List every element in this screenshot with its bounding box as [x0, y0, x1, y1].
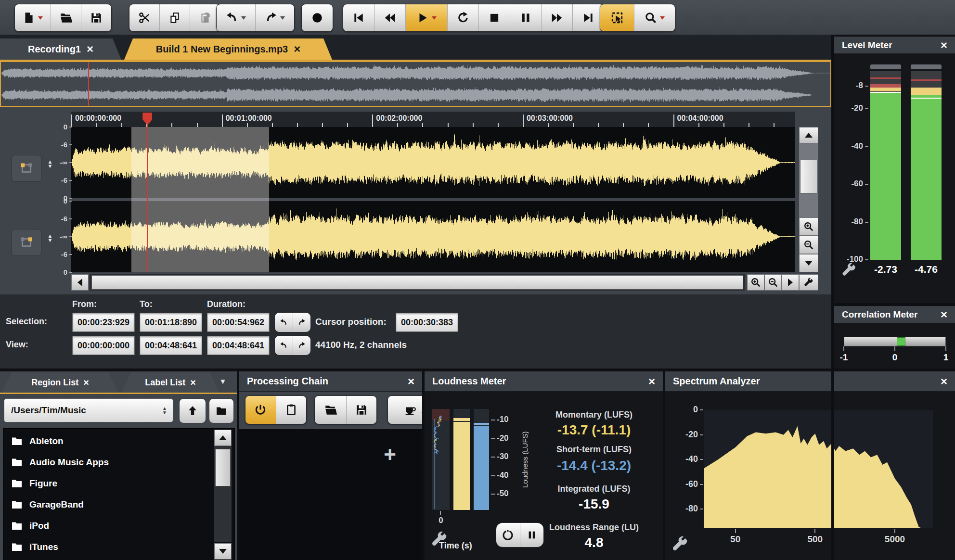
chain-open-button[interactable] — [315, 396, 347, 424]
chain-clipboard-button[interactable] — [276, 396, 307, 424]
spectrum-x-tick-label: 500 — [796, 534, 834, 546]
level-bar-segment — [870, 84, 901, 88]
fast-forward-button[interactable] — [542, 4, 573, 31]
list-item[interactable]: iTunes — [11, 538, 58, 556]
selection-overlay[interactable] — [131, 127, 269, 272]
vertical-zoom-in-button[interactable] — [799, 217, 818, 236]
document-tab[interactable]: Build 1 New Beginnings.mp3× — [124, 38, 332, 60]
vertical-scroll-down-button[interactable] — [799, 254, 818, 272]
right-channel-select-button[interactable] — [12, 229, 41, 256]
selection-tool-button[interactable] — [600, 4, 634, 31]
document-tab[interactable]: Recording1× — [0, 38, 121, 60]
new-file-button[interactable] — [15, 4, 51, 31]
correlation-tick — [945, 346, 946, 351]
undo-small-button[interactable] — [275, 336, 293, 355]
level-scale-tick — [865, 146, 868, 147]
close-icon[interactable]: × — [294, 43, 300, 55]
loudness-reset-button[interactable] — [496, 523, 520, 547]
open-file-button[interactable] — [51, 4, 81, 31]
add-effect-button[interactable]: + — [378, 443, 402, 467]
redo-button[interactable] — [256, 4, 294, 31]
loudness-meter-titlebar: Loudness Meter × — [425, 371, 663, 392]
close-icon[interactable]: × — [190, 378, 196, 387]
horizontal-scrollbar-thumb[interactable] — [91, 275, 743, 290]
redo-small-button[interactable] — [293, 313, 311, 332]
save-file-button[interactable] — [81, 4, 111, 31]
close-icon[interactable]: × — [83, 378, 89, 387]
horizontal-scroll-left-button[interactable] — [71, 274, 89, 291]
scissors-icon — [138, 12, 151, 24]
db-scale-tick — [69, 254, 72, 255]
pause-button[interactable] — [510, 4, 542, 31]
timeline-ruler[interactable]: 00:00:00:00000:01:00:00000:02:00:00000:0… — [71, 112, 795, 127]
skip-end-button[interactable] — [573, 4, 604, 31]
cursor-position-field[interactable]: 00:00:30:383 — [396, 313, 458, 332]
chain-save-button[interactable] — [347, 396, 376, 424]
list-item[interactable]: Ableton — [11, 433, 64, 450]
path-combo-box[interactable]: /Users/Tim/Music▲▼ — [4, 398, 173, 422]
loop-button[interactable] — [448, 4, 479, 31]
duration-time-field[interactable]: 00:04:48:641 — [207, 336, 270, 355]
zoom-tool-button[interactable] — [634, 4, 675, 31]
list-scroll-up-button[interactable] — [214, 430, 232, 446]
spectrum-settings-wrench-button[interactable] — [671, 535, 691, 555]
record-button[interactable] — [302, 4, 333, 31]
level-scale-label: -80 — [836, 217, 863, 228]
vertical-scroll-up-button[interactable] — [799, 127, 818, 143]
spectrum-x-tick — [735, 529, 736, 533]
zoom-in-icon — [803, 221, 814, 232]
horizontal-zoom-in-button[interactable] — [747, 274, 764, 291]
play-button[interactable] — [406, 4, 448, 31]
tab-overflow-caret-icon[interactable]: ▼ — [216, 377, 230, 389]
left-channel-select-button[interactable] — [12, 155, 41, 182]
folder-up-button[interactable] — [179, 398, 206, 423]
browser-tab[interactable]: Region List× — [2, 372, 118, 393]
horizontal-zoom-out-button[interactable] — [764, 274, 782, 291]
close-icon[interactable]: × — [87, 43, 93, 55]
vertical-scrollbar-thumb[interactable] — [800, 160, 817, 193]
browse-folder-button[interactable] — [209, 398, 234, 423]
reset-icon — [502, 529, 514, 541]
from-time-field[interactable]: 00:00:00:000 — [72, 336, 135, 355]
to-time-field[interactable]: 00:04:48:641 — [140, 336, 202, 355]
cut-button[interactable] — [129, 4, 160, 31]
list-item[interactable]: iPod — [11, 517, 49, 535]
redo-small-button[interactable] — [293, 336, 311, 355]
undo-button[interactable] — [217, 4, 256, 31]
browser-tab[interactable]: Label List× — [121, 372, 219, 393]
play-icon — [416, 12, 429, 24]
undo-redo-pair — [274, 335, 311, 356]
level-settings-wrench-button[interactable] — [841, 262, 860, 281]
close-icon[interactable]: × — [408, 376, 414, 387]
list-item[interactable]: Figure — [11, 475, 57, 492]
db-scale-tick — [69, 198, 72, 199]
close-icon[interactable]: × — [648, 376, 655, 387]
to-time-field[interactable]: 00:01:18:890 — [140, 313, 202, 332]
chain-apply-button[interactable]: A — [388, 396, 422, 424]
paste-button[interactable] — [190, 4, 220, 31]
processing-chain-content[interactable]: + — [239, 429, 422, 560]
stop-button[interactable] — [479, 4, 510, 31]
rewind-button[interactable] — [374, 4, 406, 31]
from-time-field[interactable]: 00:00:23:929 — [72, 313, 135, 332]
combo-spinner-icon[interactable]: ▲▼ — [162, 406, 173, 415]
close-icon[interactable]: × — [941, 39, 947, 51]
close-icon[interactable]: × — [941, 376, 947, 387]
close-icon[interactable]: × — [941, 309, 947, 320]
processing-chain-toolbar: A — [239, 392, 422, 429]
list-item[interactable]: GarageBand — [11, 496, 84, 513]
skip-start-button[interactable] — [343, 4, 374, 31]
list-item[interactable]: Audio Music Apps — [11, 454, 109, 471]
copy-button[interactable] — [160, 4, 190, 31]
waveform-overview[interactable] — [0, 61, 831, 107]
toolbar-group — [14, 4, 112, 32]
duration-time-field[interactable]: 00:00:54:962 — [207, 313, 270, 332]
list-scrollbar-thumb[interactable] — [215, 449, 231, 486]
undo-small-button[interactable] — [275, 313, 293, 332]
stop-icon — [488, 12, 501, 24]
list-scroll-down-button[interactable] — [214, 543, 232, 560]
horizontal-scroll-right-button[interactable] — [782, 274, 799, 291]
chain-enable-button[interactable] — [245, 396, 276, 424]
vertical-zoom-out-button[interactable] — [799, 236, 818, 254]
editor-settings-wrench-button[interactable] — [799, 274, 818, 291]
